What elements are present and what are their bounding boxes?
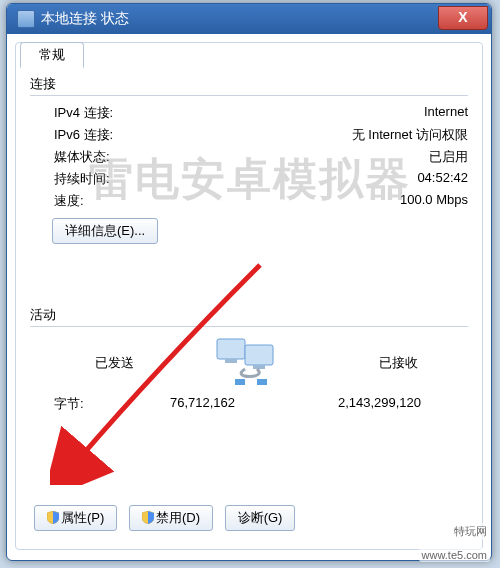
ipv4-row: IPv4 连接: Internet: [30, 102, 468, 124]
tab-content: 连接 IPv4 连接: Internet IPv6 连接: 无 Internet…: [24, 69, 474, 541]
svg-rect-5: [257, 379, 267, 385]
tab-strip: 常规: [20, 42, 84, 68]
svg-rect-3: [253, 365, 265, 369]
speed-value: 100.0 Mbps: [400, 192, 468, 210]
divider: [30, 95, 468, 96]
corner-watermark: 特玩网: [451, 523, 490, 540]
ipv6-value: 无 Internet 访问权限: [352, 126, 468, 144]
media-value: 已启用: [429, 148, 468, 166]
media-label: 媒体状态:: [54, 148, 110, 166]
sent-label: 已发送: [54, 354, 174, 372]
recv-bytes: 2,143,299,120: [291, 395, 468, 413]
corner-wm-1: 特玩网: [454, 525, 487, 537]
properties-label: 属性(P): [61, 510, 104, 525]
disable-label: 禁用(D): [156, 510, 200, 525]
titlebar: 本地连接 状态 X: [7, 4, 491, 34]
shield-icon: [47, 511, 59, 524]
connection-group: 连接 IPv4 连接: Internet IPv6 连接: 无 Internet…: [24, 75, 474, 258]
divider: [30, 326, 468, 327]
ipv4-label: IPv4 连接:: [54, 104, 113, 122]
sent-bytes: 76,712,162: [114, 395, 291, 413]
window-body: 常规 连接 IPv4 连接: Internet IPv6 连接: 无 Inter…: [15, 42, 483, 550]
activity-group-title: 活动: [30, 306, 468, 324]
svg-rect-2: [225, 359, 237, 363]
duration-row: 持续时间: 04:52:42: [30, 168, 468, 190]
svg-rect-4: [235, 379, 245, 385]
diagnose-label: 诊断(G): [238, 510, 283, 525]
diagnose-button[interactable]: 诊断(G): [225, 505, 296, 531]
action-buttons: 属性(P) 禁用(D) 诊断(G): [30, 499, 299, 531]
recv-label: 已接收: [328, 354, 468, 372]
shield-icon: [142, 511, 154, 524]
network-traffic-icon: [209, 335, 293, 391]
speed-row: 速度: 100.0 Mbps: [30, 190, 468, 212]
window-title: 本地连接 状态: [41, 10, 129, 28]
media-row: 媒体状态: 已启用: [30, 146, 468, 168]
properties-button[interactable]: 属性(P): [34, 505, 117, 531]
activity-group: 活动 已发送: [24, 306, 474, 429]
svg-rect-1: [245, 345, 273, 365]
ipv6-label: IPv6 连接:: [54, 126, 113, 144]
connection-group-title: 连接: [30, 75, 468, 93]
details-button[interactable]: 详细信息(E)...: [52, 218, 158, 244]
corner-watermark-url: www.te5.com: [419, 548, 490, 562]
duration-label: 持续时间:: [54, 170, 110, 188]
ipv4-value: Internet: [424, 104, 468, 122]
svg-rect-0: [217, 339, 245, 359]
corner-wm-2: www.te5.com: [422, 549, 487, 561]
duration-value: 04:52:42: [417, 170, 468, 188]
status-dialog: 本地连接 状态 X 常规 连接 IPv4 连接: Internet IPv6 连…: [6, 3, 492, 561]
bytes-row: 字节: 76,712,162 2,143,299,120: [30, 393, 468, 415]
disable-button[interactable]: 禁用(D): [129, 505, 213, 531]
tab-general[interactable]: 常规: [20, 42, 84, 68]
close-button[interactable]: X: [438, 6, 488, 30]
ipv6-row: IPv6 连接: 无 Internet 访问权限: [30, 124, 468, 146]
activity-header: 已发送 已接收: [30, 333, 468, 393]
connection-icon: [17, 10, 35, 28]
speed-label: 速度:: [54, 192, 84, 210]
bytes-label: 字节:: [54, 395, 114, 413]
